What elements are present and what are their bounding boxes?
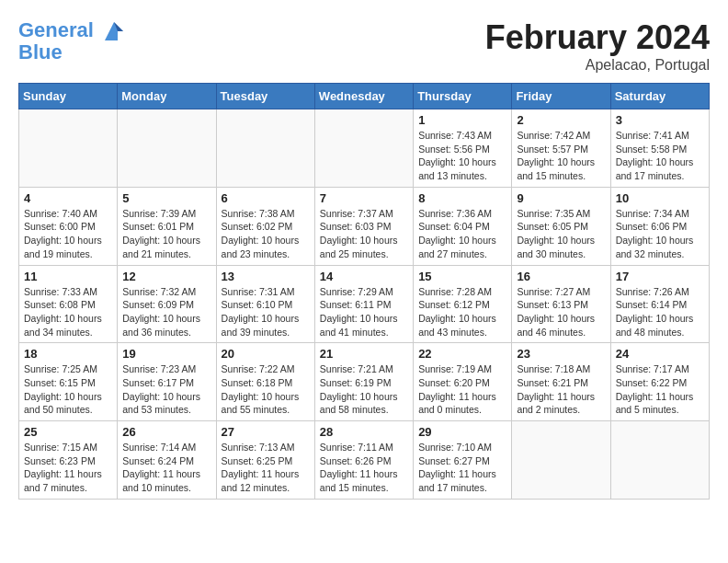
calendar-cell: 16Sunrise: 7:27 AMSunset: 6:13 PMDayligh… (512, 265, 610, 343)
calendar-cell: 6Sunrise: 7:38 AMSunset: 6:02 PMDaylight… (216, 187, 314, 265)
calendar-cell: 4Sunrise: 7:40 AMSunset: 6:00 PMDaylight… (19, 187, 118, 265)
day-number: 15 (418, 270, 506, 283)
day-info: Sunrise: 7:38 AMSunset: 6:02 PMDaylight:… (222, 207, 310, 261)
day-info: Sunrise: 7:35 AMSunset: 6:05 PMDaylight:… (517, 207, 605, 261)
calendar-cell: 24Sunrise: 7:17 AMSunset: 6:22 PMDayligh… (610, 343, 709, 421)
day-number: 13 (222, 270, 310, 283)
day-info: Sunrise: 7:32 AMSunset: 6:09 PMDaylight:… (122, 285, 210, 339)
day-info: Sunrise: 7:27 AMSunset: 6:13 PMDaylight:… (517, 285, 605, 339)
day-number: 10 (616, 191, 704, 205)
calendar-cell: 10Sunrise: 7:34 AMSunset: 6:06 PMDayligh… (610, 187, 709, 265)
day-info: Sunrise: 7:41 AMSunset: 5:58 PMDaylight:… (616, 129, 704, 183)
day-info: Sunrise: 7:37 AMSunset: 6:03 PMDaylight:… (320, 207, 408, 261)
location-subtitle: Apelacao, Portugal (485, 57, 710, 74)
day-info: Sunrise: 7:19 AMSunset: 6:20 PMDaylight:… (418, 362, 506, 417)
calendar-cell: 25Sunrise: 7:15 AMSunset: 6:23 PMDayligh… (19, 421, 118, 500)
calendar-cell: 12Sunrise: 7:32 AMSunset: 6:09 PMDayligh… (118, 265, 216, 343)
calendar-cell: 2Sunrise: 7:42 AMSunset: 5:57 PMDaylight… (512, 109, 610, 188)
day-number: 9 (517, 191, 605, 205)
day-number: 11 (24, 270, 112, 283)
day-info: Sunrise: 7:13 AMSunset: 6:25 PMDaylight:… (222, 441, 310, 495)
day-number: 5 (122, 191, 210, 205)
day-info: Sunrise: 7:36 AMSunset: 6:04 PMDaylight:… (418, 207, 506, 261)
day-info: Sunrise: 7:40 AMSunset: 6:00 PMDaylight:… (24, 207, 112, 261)
calendar-cell: 18Sunrise: 7:25 AMSunset: 6:15 PMDayligh… (19, 343, 118, 421)
calendar-cell: 15Sunrise: 7:28 AMSunset: 6:12 PMDayligh… (414, 265, 512, 343)
col-header-sunday: Sunday (19, 84, 118, 109)
day-info: Sunrise: 7:21 AMSunset: 6:19 PMDaylight:… (320, 362, 408, 417)
day-number: 27 (222, 425, 310, 439)
calendar-cell: 28Sunrise: 7:11 AMSunset: 6:26 PMDayligh… (314, 421, 413, 500)
day-number: 14 (320, 270, 408, 283)
page-header: General Blue February 2024 Apelacao, Por… (18, 18, 710, 74)
calendar-cell: 26Sunrise: 7:14 AMSunset: 6:24 PMDayligh… (118, 421, 216, 500)
col-header-monday: Monday (118, 84, 216, 109)
calendar-week-3: 11Sunrise: 7:33 AMSunset: 6:08 PMDayligh… (19, 265, 710, 343)
day-info: Sunrise: 7:23 AMSunset: 6:17 PMDaylight:… (122, 362, 210, 417)
day-number: 22 (418, 347, 506, 361)
col-header-wednesday: Wednesday (314, 84, 413, 109)
day-info: Sunrise: 7:11 AMSunset: 6:26 PMDaylight:… (320, 441, 408, 495)
calendar-cell: 1Sunrise: 7:43 AMSunset: 5:56 PMDaylight… (414, 109, 512, 188)
calendar-cell: 13Sunrise: 7:31 AMSunset: 6:10 PMDayligh… (216, 265, 314, 343)
calendar-cell: 9Sunrise: 7:35 AMSunset: 6:05 PMDaylight… (512, 187, 610, 265)
logo-icon (101, 18, 127, 44)
col-header-friday: Friday (512, 84, 610, 109)
calendar-cell: 20Sunrise: 7:22 AMSunset: 6:18 PMDayligh… (216, 343, 314, 421)
day-info: Sunrise: 7:42 AMSunset: 5:57 PMDaylight:… (517, 129, 605, 183)
calendar-cell (216, 109, 314, 188)
calendar-cell: 29Sunrise: 7:10 AMSunset: 6:27 PMDayligh… (414, 421, 512, 500)
day-number: 17 (616, 270, 704, 283)
calendar-cell (118, 109, 216, 188)
day-info: Sunrise: 7:25 AMSunset: 6:15 PMDaylight:… (24, 362, 112, 417)
day-info: Sunrise: 7:14 AMSunset: 6:24 PMDaylight:… (122, 441, 210, 495)
day-info: Sunrise: 7:29 AMSunset: 6:11 PMDaylight:… (320, 285, 408, 339)
calendar-table: SundayMondayTuesdayWednesdayThursdayFrid… (18, 83, 710, 500)
calendar-cell: 19Sunrise: 7:23 AMSunset: 6:17 PMDayligh… (118, 343, 216, 421)
col-header-saturday: Saturday (610, 84, 709, 109)
calendar-cell: 11Sunrise: 7:33 AMSunset: 6:08 PMDayligh… (19, 265, 118, 343)
calendar-cell: 22Sunrise: 7:19 AMSunset: 6:20 PMDayligh… (414, 343, 512, 421)
day-number: 23 (517, 347, 605, 361)
day-info: Sunrise: 7:15 AMSunset: 6:23 PMDaylight:… (24, 441, 112, 495)
day-number: 7 (320, 191, 408, 205)
day-info: Sunrise: 7:17 AMSunset: 6:22 PMDaylight:… (616, 362, 704, 417)
calendar-week-1: 1Sunrise: 7:43 AMSunset: 5:56 PMDaylight… (19, 109, 710, 188)
col-header-tuesday: Tuesday (216, 84, 314, 109)
day-number: 3 (616, 113, 704, 127)
day-number: 25 (24, 425, 112, 439)
calendar-cell: 8Sunrise: 7:36 AMSunset: 6:04 PMDaylight… (414, 187, 512, 265)
day-info: Sunrise: 7:22 AMSunset: 6:18 PMDaylight:… (222, 362, 310, 417)
day-number: 21 (320, 347, 408, 361)
day-info: Sunrise: 7:10 AMSunset: 6:27 PMDaylight:… (418, 441, 506, 495)
day-number: 12 (122, 270, 210, 283)
day-number: 16 (517, 270, 605, 283)
day-info: Sunrise: 7:18 AMSunset: 6:21 PMDaylight:… (517, 362, 605, 417)
calendar-cell (512, 421, 610, 500)
calendar-cell: 17Sunrise: 7:26 AMSunset: 6:14 PMDayligh… (610, 265, 709, 343)
calendar-cell (314, 109, 413, 188)
month-year-title: February 2024 (485, 18, 710, 57)
day-number: 20 (222, 347, 310, 361)
calendar-week-2: 4Sunrise: 7:40 AMSunset: 6:00 PMDaylight… (19, 187, 710, 265)
calendar-week-5: 25Sunrise: 7:15 AMSunset: 6:23 PMDayligh… (19, 421, 710, 500)
calendar-cell: 5Sunrise: 7:39 AMSunset: 6:01 PMDaylight… (118, 187, 216, 265)
day-info: Sunrise: 7:26 AMSunset: 6:14 PMDaylight:… (616, 285, 704, 339)
day-info: Sunrise: 7:28 AMSunset: 6:12 PMDaylight:… (418, 285, 506, 339)
day-info: Sunrise: 7:39 AMSunset: 6:01 PMDaylight:… (122, 207, 210, 261)
day-number: 26 (122, 425, 210, 439)
day-info: Sunrise: 7:43 AMSunset: 5:56 PMDaylight:… (418, 129, 506, 183)
calendar-cell: 27Sunrise: 7:13 AMSunset: 6:25 PMDayligh… (216, 421, 314, 500)
day-number: 1 (418, 113, 506, 127)
calendar-week-4: 18Sunrise: 7:25 AMSunset: 6:15 PMDayligh… (19, 343, 710, 421)
day-number: 28 (320, 425, 408, 439)
day-number: 8 (418, 191, 506, 205)
day-info: Sunrise: 7:34 AMSunset: 6:06 PMDaylight:… (616, 207, 704, 261)
day-info: Sunrise: 7:33 AMSunset: 6:08 PMDaylight:… (24, 285, 112, 339)
day-number: 2 (517, 113, 605, 127)
day-number: 24 (616, 347, 704, 361)
calendar-cell: 14Sunrise: 7:29 AMSunset: 6:11 PMDayligh… (314, 265, 413, 343)
calendar-cell (19, 109, 118, 188)
day-number: 6 (222, 191, 310, 205)
calendar-header-row: SundayMondayTuesdayWednesdayThursdayFrid… (19, 84, 710, 109)
